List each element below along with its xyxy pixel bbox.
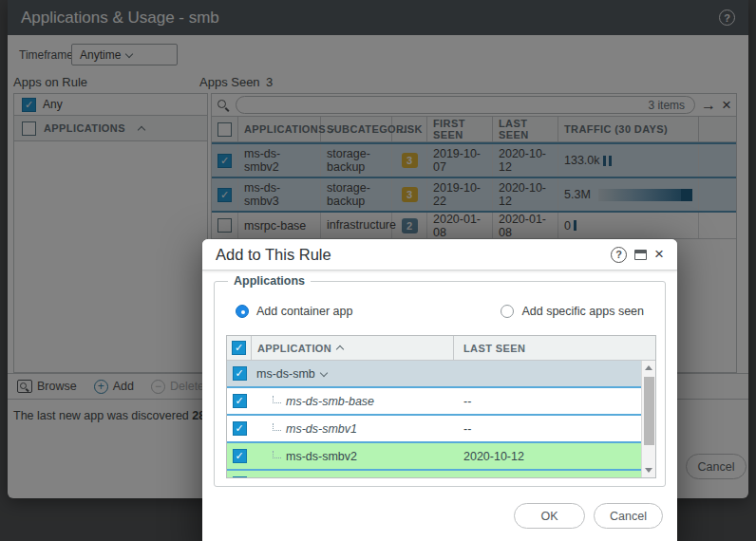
- tree-branch-icon: [273, 451, 281, 458]
- tree-branch-icon: [273, 478, 281, 479]
- radio-specific-label: Add specific apps seen: [521, 305, 644, 318]
- help-icon[interactable]: [611, 247, 627, 263]
- column-application[interactable]: APPLICATION: [252, 336, 454, 360]
- tree-branch-icon: [273, 396, 281, 403]
- row-checkbox[interactable]: [233, 394, 247, 408]
- app-row-parent[interactable]: ms-ds-smb: [227, 361, 655, 388]
- row-checkbox[interactable]: [233, 366, 247, 381]
- close-icon[interactable]: [654, 246, 664, 263]
- app-row-seen[interactable]: ms-ds-smbv2 2020-10-12: [227, 443, 655, 471]
- fieldset-legend: Applications: [228, 274, 311, 288]
- modal-title: Add to This Rule: [216, 246, 331, 264]
- screen: Applications & Usage - smb Timeframe Any…: [0, 0, 756, 541]
- row-checkbox[interactable]: [233, 421, 247, 436]
- radio-add-specific-apps[interactable]: [501, 305, 514, 318]
- ok-button[interactable]: OK: [514, 503, 585, 529]
- app-row[interactable]: ms-ds-smbv1 --: [227, 416, 655, 443]
- tree-branch-icon: [273, 423, 281, 431]
- radio-container-label: Add container app: [256, 305, 352, 318]
- column-last-seen[interactable]: LAST SEEN: [454, 336, 655, 360]
- sort-asc-icon: [336, 345, 344, 353]
- radio-row: Add container app Add specific apps seen: [236, 305, 644, 318]
- container-app-table: APPLICATION LAST SEEN ms-ds-smb: [226, 335, 656, 478]
- add-to-rule-modal: Add to This Rule Applications Add contai…: [202, 239, 677, 541]
- restore-window-icon[interactable]: [634, 250, 647, 260]
- scroll-up-icon[interactable]: [645, 365, 652, 370]
- modal-cancel-button[interactable]: Cancel: [594, 503, 663, 529]
- header-checkbox[interactable]: [232, 341, 246, 355]
- app-row-seen[interactable]: ms-ds-smbv3 2020-10-12: [227, 471, 655, 478]
- row-checkbox[interactable]: [233, 476, 247, 478]
- scrollbar[interactable]: [641, 361, 655, 477]
- radio-add-container-app[interactable]: [236, 305, 249, 318]
- modal-table-header: APPLICATION LAST SEEN: [227, 336, 655, 361]
- app-row[interactable]: ms-ds-smb-base --: [227, 388, 655, 416]
- applications-fieldset: Applications Add container app Add speci…: [214, 281, 666, 487]
- scroll-down-icon[interactable]: [645, 468, 652, 473]
- row-checkbox[interactable]: [233, 449, 247, 463]
- scrollbar-thumb[interactable]: [644, 377, 654, 445]
- modal-titlebar: Add to This Rule: [202, 239, 677, 270]
- expand-chevron-icon[interactable]: [320, 368, 328, 376]
